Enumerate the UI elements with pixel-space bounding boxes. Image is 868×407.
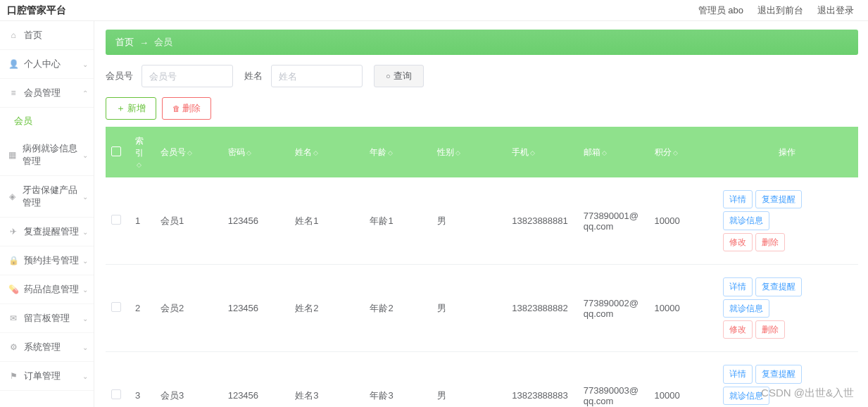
send-icon: ✈ bbox=[8, 227, 18, 237]
th-name[interactable]: 姓名 bbox=[295, 147, 312, 157]
cell-age: 年龄1 bbox=[364, 177, 432, 265]
detail-btn[interactable]: 详情 bbox=[723, 277, 753, 296]
flag-icon: ⚑ bbox=[8, 371, 18, 381]
sidebar-item[interactable]: ✈复查提醒管理⌄ bbox=[0, 218, 94, 246]
sort-icon: ◇ bbox=[187, 149, 192, 156]
remind-btn[interactable]: 复查提醒 bbox=[755, 365, 802, 383]
th-email[interactable]: 邮箱 bbox=[584, 147, 600, 157]
th-age[interactable]: 年龄 bbox=[370, 147, 386, 157]
remind-btn[interactable]: 复查提醒 bbox=[755, 277, 802, 296]
edit-btn[interactable]: 修改 bbox=[723, 320, 753, 339]
cube-icon: ◈ bbox=[8, 192, 17, 201]
sidebar-item[interactable]: ◈牙齿保健产品管理⌄ bbox=[0, 176, 94, 218]
chevron-icon: ⌄ bbox=[82, 344, 88, 351]
th-pw[interactable]: 密码 bbox=[228, 147, 245, 157]
chevron-icon: ⌄ bbox=[82, 61, 88, 68]
th-memid[interactable]: 会员号 bbox=[161, 147, 186, 157]
cell-email: 773890001@qq.com bbox=[578, 177, 649, 265]
msg-icon: ✉ bbox=[8, 313, 18, 323]
to-frontend-link[interactable]: 退出到前台 bbox=[757, 4, 803, 17]
query-label: 查询 bbox=[394, 70, 412, 82]
cell-age: 年龄2 bbox=[364, 265, 432, 352]
sort-icon: ◇ bbox=[530, 149, 535, 156]
cell-name: 姓名2 bbox=[289, 265, 364, 352]
th-phone[interactable]: 手机 bbox=[512, 147, 529, 157]
chevron-icon: ⌄ bbox=[82, 228, 88, 236]
sort-icon: ◇ bbox=[313, 149, 318, 156]
sidebar-item[interactable]: ⚑订单管理⌄ bbox=[0, 362, 94, 391]
delete-button[interactable]: 🗑 删除 bbox=[162, 97, 211, 120]
sidebar-item-label: 会员管理 bbox=[24, 87, 61, 99]
sidebar-item[interactable]: 👤个人中心⌄ bbox=[0, 50, 94, 79]
menu-icon: ≡ bbox=[8, 88, 18, 98]
cell-sex: 男 bbox=[432, 265, 506, 352]
remind-btn[interactable]: 复查提醒 bbox=[755, 190, 802, 208]
gear-icon: ⚙ bbox=[8, 342, 18, 352]
sidebar-subitem[interactable]: 会员 bbox=[0, 108, 94, 134]
cell-memid: 会员2 bbox=[155, 265, 222, 352]
sidebar-item[interactable]: 💊药品信息管理⌄ bbox=[0, 275, 94, 304]
query-button[interactable]: ○ 查询 bbox=[374, 65, 424, 87]
add-button[interactable]: ＋ 新增 bbox=[106, 97, 156, 120]
sidebar-item[interactable]: ✉留言板管理⌄ bbox=[0, 304, 94, 333]
app-title: 口腔管家平台 bbox=[7, 4, 66, 17]
top-links: 管理员 abo 退出到前台 退出登录 bbox=[698, 4, 854, 17]
user-icon: 👤 bbox=[8, 59, 18, 69]
add-label: 新增 bbox=[127, 102, 146, 115]
breadcrumb: 首页 → 会员 bbox=[106, 30, 858, 55]
chevron-icon: ⌄ bbox=[82, 315, 88, 323]
sidebar-item-label: 首页 bbox=[24, 29, 42, 42]
name-label: 姓名 bbox=[244, 70, 263, 82]
sidebar-item-label: 系统管理 bbox=[24, 341, 61, 353]
memid-input[interactable] bbox=[141, 65, 233, 87]
table-row: 1会员1123456姓名1年龄1男13823888881773890001@qq… bbox=[106, 177, 858, 265]
select-all-checkbox[interactable] bbox=[111, 146, 121, 156]
edit-btn[interactable]: 修改 bbox=[723, 233, 753, 251]
members-table: 索引◇ 会员号◇ 密码◇ 姓名◇ 年龄◇ 性别◇ 手机◇ 邮箱◇ 积分◇ 操作 … bbox=[106, 127, 858, 407]
chevron-icon: ⌄ bbox=[82, 193, 88, 201]
action-bar: ＋ 新增 🗑 删除 bbox=[106, 97, 858, 120]
th-index[interactable]: 索引 bbox=[135, 136, 144, 158]
cell-pw: 123456 bbox=[222, 177, 290, 265]
home-icon: ⌂ bbox=[8, 30, 18, 40]
detail-btn[interactable]: 详情 bbox=[723, 190, 753, 208]
sidebar-item-label: 病例就诊信息管理 bbox=[23, 142, 85, 168]
cell-pw: 123456 bbox=[222, 352, 290, 407]
cell-sex: 男 bbox=[432, 352, 506, 407]
breadcrumb-home[interactable]: 首页 bbox=[115, 36, 134, 49]
row-checkbox[interactable] bbox=[111, 215, 121, 225]
sidebar-item-label: 预约挂号管理 bbox=[24, 254, 79, 267]
plus-icon: ＋ bbox=[116, 102, 125, 115]
sidebar: ⌂首页👤个人中心⌄≡会员管理⌃会员▦病例就诊信息管理⌄◈牙齿保健产品管理⌄✈复查… bbox=[0, 21, 94, 407]
sidebar-item[interactable]: 🔒预约挂号管理⌄ bbox=[0, 246, 94, 275]
visit-btn[interactable]: 就诊信息 bbox=[723, 299, 769, 318]
lock-icon: 🔒 bbox=[8, 256, 18, 265]
name-input[interactable] bbox=[271, 65, 363, 87]
row-checkbox[interactable] bbox=[111, 389, 121, 399]
sidebar-item[interactable]: ⌂首页 bbox=[0, 21, 94, 50]
cell-points: 10000 bbox=[649, 177, 717, 265]
visit-btn[interactable]: 就诊信息 bbox=[723, 211, 769, 230]
sidebar-item[interactable]: ▦病例就诊信息管理⌄ bbox=[0, 134, 94, 176]
cell-name: 姓名1 bbox=[289, 177, 364, 265]
row-checkbox[interactable] bbox=[111, 302, 121, 312]
cell-email: 773890003@qq.com bbox=[578, 352, 649, 407]
sidebar-item[interactable]: ≡会员管理⌃ bbox=[0, 79, 94, 108]
admin-label[interactable]: 管理员 abo bbox=[698, 4, 743, 17]
th-ops: 操作 bbox=[779, 147, 795, 157]
top-bar: 口腔管家平台 管理员 abo 退出到前台 退出登录 bbox=[0, 0, 868, 21]
sidebar-item-label: 留言板管理 bbox=[24, 312, 70, 325]
logout-link[interactable]: 退出登录 bbox=[817, 4, 854, 17]
visit-btn[interactable]: 就诊信息 bbox=[723, 387, 769, 405]
detail-btn[interactable]: 详情 bbox=[723, 365, 753, 383]
row-del-btn[interactable]: 删除 bbox=[755, 233, 785, 251]
sidebar-item[interactable]: ⚙系统管理⌄ bbox=[0, 333, 94, 362]
sidebar-item-label: 订单管理 bbox=[24, 370, 61, 382]
cell-age: 年龄3 bbox=[364, 352, 432, 407]
th-sex[interactable]: 性别 bbox=[437, 147, 454, 157]
chevron-icon: ⌃ bbox=[82, 89, 88, 97]
th-points[interactable]: 积分 bbox=[655, 147, 672, 157]
row-del-btn[interactable]: 删除 bbox=[755, 320, 785, 339]
table-body: 1会员1123456姓名1年龄1男13823888881773890001@qq… bbox=[106, 177, 858, 407]
sort-icon: ◇ bbox=[455, 149, 460, 156]
